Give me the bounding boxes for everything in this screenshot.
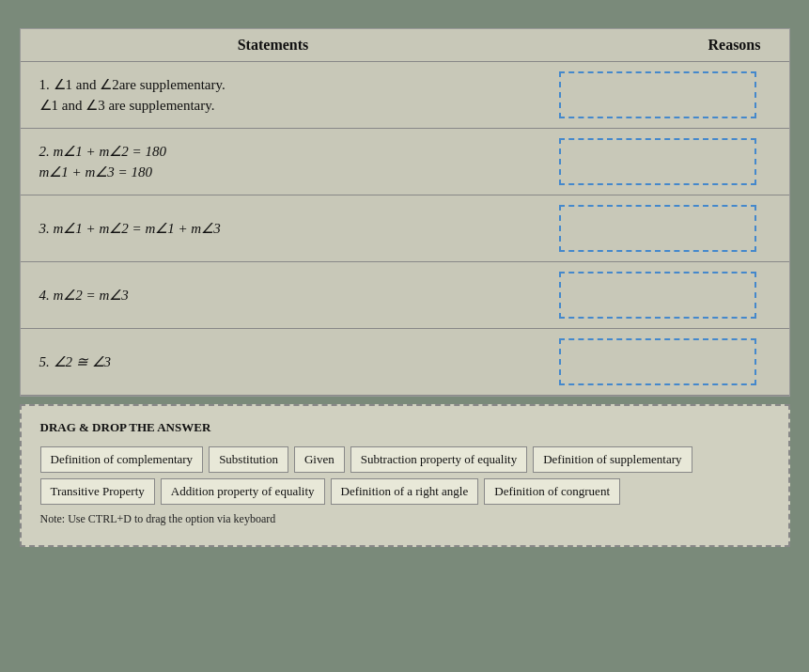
statements-header: Statements [21,37,526,54]
drag-item-addition-property[interactable]: Addition property of equality [161,478,325,505]
reason-3[interactable] [526,195,789,261]
drag-item-transitive-property[interactable]: Transitive Property [40,478,155,505]
table-row: 2. m∠1 + m∠2 = 180 m∠1 + m∠3 = 180 [21,129,789,195]
drag-item-definition-complementary[interactable]: Definition of complementary [40,446,204,473]
drag-item-subtraction-property[interactable]: Subtraction property of equality [350,446,527,473]
drag-item-definition-supplementary[interactable]: Definition of supplementary [533,446,692,473]
reason-1[interactable] [526,62,789,128]
reason-drop-box-3[interactable] [559,205,756,252]
keyboard-note: Note: Use CTRL+D to drag the option via … [40,512,770,526]
statement-5: 5. ∠2 ≅ ∠3 [21,340,526,384]
reason-5[interactable] [526,329,789,395]
reason-2[interactable] [526,129,789,195]
drag-item-substitution[interactable]: Substitution [209,446,288,473]
drag-drop-label: DRAG & DROP THE ANSWER [40,420,770,435]
drag-drop-section: DRAG & DROP THE ANSWER Definition of com… [20,404,790,547]
reason-4[interactable] [526,262,789,328]
table-row: 5. ∠2 ≅ ∠3 [21,329,789,396]
drag-item-definition-right-angle[interactable]: Definition of a right angle [331,478,479,505]
proof-table: Statements Reasons 1. ∠1 and ∠2are suppl… [20,28,790,397]
reason-drop-box-5[interactable] [559,338,756,385]
statement-3: 3. m∠1 + m∠2 = m∠1 + m∠3 [21,207,526,251]
table-row: 1. ∠1 and ∠2are supplementary. ∠1 and ∠3… [21,62,789,129]
statement-4: 4. m∠2 = m∠3 [21,273,526,318]
reason-drop-box-1[interactable] [559,71,756,118]
statement-1: 1. ∠1 and ∠2are supplementary. ∠1 and ∠3… [21,63,526,128]
drag-item-definition-congruent[interactable]: Definition of congruent [484,478,620,505]
table-header: Statements Reasons [21,29,789,62]
reasons-header: Reasons [526,37,789,54]
table-row: 3. m∠1 + m∠2 = m∠1 + m∠3 [21,195,789,262]
statement-2: 2. m∠1 + m∠2 = 180 m∠1 + m∠3 = 180 [21,130,526,195]
reason-drop-box-2[interactable] [559,138,756,185]
table-row: 4. m∠2 = m∠3 [21,262,789,329]
reason-drop-box-4[interactable] [559,272,756,319]
drag-item-given[interactable]: Given [294,446,345,473]
drag-items-container: Definition of complementary Substitution… [40,446,770,505]
